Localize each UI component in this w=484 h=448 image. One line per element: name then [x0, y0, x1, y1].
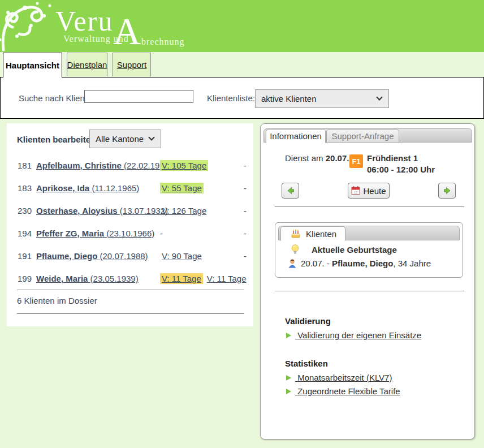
client-badges: V: 11 TageV: 11 Tage — [160, 274, 250, 283]
clients-count-text: 6 Klienten im Dossier — [17, 296, 97, 305]
green-triangle-icon — [286, 333, 291, 338]
tab-hauptansicht[interactable]: Hauptansicht — [3, 53, 62, 77]
vacation-days-link[interactable]: V: 55 Tage — [160, 183, 204, 193]
client-end-dash: - — [244, 251, 247, 261]
client-name-link[interactable]: Osterhase, Aloysius (13.07.1932) — [36, 206, 168, 216]
app-header: Veru A Verwaltung und brechnung — [0, 0, 484, 52]
tab-dienstplan[interactable]: Dienstplan — [67, 53, 107, 76]
vacation-days-link[interactable]: V: 11 Tage — [160, 273, 203, 284]
client-id: 181 — [7, 161, 32, 170]
client-name: Pflaume, Diego — [36, 251, 100, 261]
previous-day-button[interactable] — [282, 183, 299, 199]
section-title: Statistiken — [285, 359, 466, 368]
tab-support-anfrage[interactable]: Support-Anfrage — [326, 129, 399, 143]
client-row: 181 Apfelbaum, Christine (22.02.1978) V:… — [7, 154, 253, 176]
chevron-down-icon — [376, 94, 382, 100]
clients-panel: Klienten bearbeiten Alle Kantone 181 Apf… — [7, 123, 253, 326]
arrow-right-icon — [443, 186, 452, 195]
section-link[interactable]: Monatsarbeitszeit (KLV7) — [295, 373, 392, 382]
client-end-dash: - — [244, 161, 247, 170]
client-end-dash: - — [244, 274, 247, 283]
client-id: 191 — [7, 251, 32, 261]
client-end-dash: - — [244, 229, 247, 238]
calendar-icon: 12 — [351, 186, 360, 195]
client-row: 183 Aprikose, Ida (11.12.1965) V: 55 Tag… — [7, 176, 253, 199]
today-button[interactable]: 12 Heute — [348, 183, 390, 199]
lightbulb-icon — [291, 244, 300, 255]
client-id: 230 — [7, 206, 32, 216]
floral-ornament-icon — [0, 0, 57, 52]
logo-subtitle-left: Verwaltung und — [63, 34, 129, 44]
person-icon — [288, 259, 297, 268]
klienten-tab-label: Klienten — [306, 229, 336, 239]
section-title: Validierung — [285, 316, 466, 326]
divider — [275, 206, 464, 207]
client-rows: 181 Apfelbaum, Christine (22.02.1978) V:… — [7, 154, 253, 290]
client-badges: V: 105 Tage — [160, 161, 210, 170]
klientenliste-select[interactable]: aktive Klienten — [255, 89, 389, 108]
klientenliste-label: Klientenliste: — [207, 93, 255, 103]
client-birthdate: (11.12.1965) — [92, 183, 139, 193]
client-name: Pfeffer ZG, Maria — [36, 229, 106, 238]
logo-text: Veru — [55, 5, 113, 37]
client-id: 183 — [7, 183, 32, 193]
client-name: Aprikose, Ida — [36, 183, 92, 193]
tab-klienten[interactable]: Klienten — [280, 226, 345, 241]
divider — [17, 290, 244, 290]
vacation-days-link[interactable]: V: 126 Tage — [160, 205, 208, 216]
search-label: Suche nach Klient: — [19, 93, 89, 103]
tab-informationen[interactable]: Informationen — [266, 129, 326, 143]
section-link[interactable]: Zugeordnete Flexible Tarife — [295, 386, 400, 396]
client-end-dash: - — [244, 206, 247, 216]
search-section: Suche nach Klient: Klientenliste: aktive… — [0, 77, 484, 119]
duty-name: Frühdienst 1 — [367, 153, 435, 164]
client-badges: - — [160, 229, 165, 238]
client-name-link[interactable]: Aprikose, Ida (11.12.1965) — [36, 183, 139, 193]
arrow-link-row: Validierung der eigenen Einsätze — [286, 330, 466, 340]
arrow-link-row: Zugeordnete Flexible Tarife — [286, 386, 466, 396]
birthdays-headline-row: Aktuelle Geburtstage — [291, 244, 397, 255]
vacation-days-link[interactable]: V: 105 Tage — [160, 160, 208, 171]
birthday-person-name: Pflaume, Diego — [332, 259, 393, 268]
duty-description: Frühdienst 1 06:00 - 12:00 Uhr — [367, 153, 435, 175]
vacation-days-link[interactable]: V: 90 Tage — [160, 251, 204, 261]
info-tab-strip: Informationen Support-Anfrage — [263, 128, 472, 143]
client-birthdate: (23.10.1966) — [106, 229, 154, 238]
clients-panel-title: Klienten bearbeiten — [17, 135, 96, 144]
client-end-dash: - — [244, 183, 247, 193]
client-birthdate: (20.07.1988) — [100, 251, 148, 261]
green-triangle-icon — [286, 375, 291, 381]
tab-support[interactable]: Support — [113, 53, 151, 76]
link-section: Statistiken Monatsarbeitszeit (KLV7) Zug… — [285, 359, 466, 396]
link-section: Validierung Validierung der eigenen Eins… — [285, 316, 466, 340]
info-panel: Informationen Support-Anfrage Dienst am … — [260, 123, 475, 440]
canton-selected-value: Alle Kantone — [96, 134, 144, 144]
birthdays-headline: Aktuelle Geburtstage — [312, 245, 397, 255]
today-button-label: Heute — [363, 186, 386, 196]
link-sections: Validierung Validierung der eigenen Eins… — [285, 316, 466, 400]
client-badges: V: 90 Tage — [160, 251, 206, 261]
client-name: Osterhase, Aloysius — [36, 206, 120, 216]
client-badges: V: 55 Tage — [160, 183, 206, 193]
logo-letter-a: A — [113, 9, 141, 54]
client-birthdate: (23.05.1939) — [90, 274, 139, 283]
klienten-tab-strip: Klienten — [278, 226, 460, 240]
divider — [275, 291, 464, 291]
birthday-entry-row: 20.07. - Pflaume, Diego, 34 Jahre — [288, 259, 431, 268]
section-link[interactable]: Validierung der eigenen Einsätze — [295, 330, 421, 340]
no-value-dash: - — [160, 229, 163, 238]
search-input[interactable] — [84, 90, 193, 103]
client-name-link[interactable]: Apfelbaum, Christine (22.02.1978) — [36, 161, 172, 170]
client-name-link[interactable]: Weide, Maria (23.05.1939) — [36, 274, 139, 283]
canton-select[interactable]: Alle Kantone — [89, 130, 161, 148]
klienten-box: Klienten Aktuelle Geburtstage 20.07. - P… — [275, 222, 463, 278]
duty-time: 06:00 - 12:00 Uhr — [367, 164, 435, 175]
arrow-link-row: Monatsarbeitszeit (KLV7) — [286, 373, 466, 382]
client-name-link[interactable]: Pfeffer ZG, Maria (23.10.1966) — [36, 229, 154, 238]
client-name-link[interactable]: Pflaume, Diego (20.07.1988) — [36, 251, 148, 261]
client-row: 230 Osterhase, Aloysius (13.07.1932) V: … — [7, 199, 253, 222]
arrow-left-icon — [286, 186, 295, 195]
vacation-days-link[interactable]: V: 11 Tage — [205, 273, 248, 284]
client-id: 194 — [7, 229, 32, 238]
next-day-button[interactable] — [438, 183, 456, 199]
